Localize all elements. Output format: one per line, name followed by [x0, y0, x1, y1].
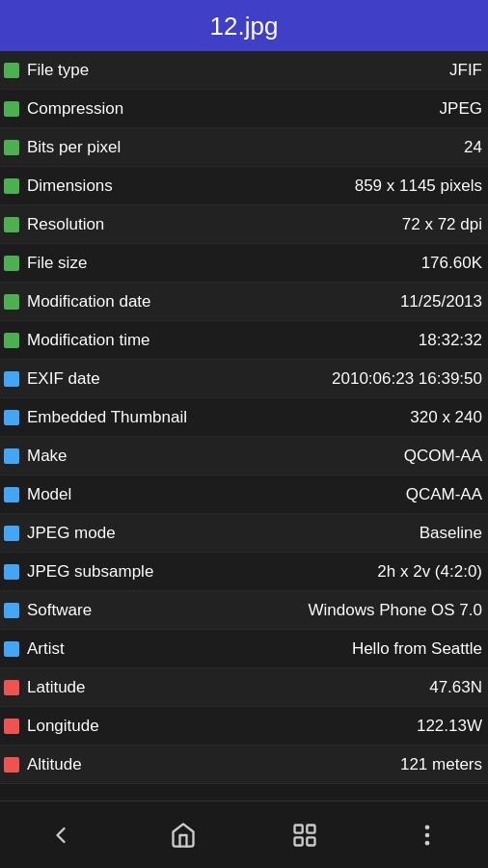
row-label: JPEG subsample	[27, 562, 373, 582]
table-row: Modification date11/25/2013	[0, 283, 488, 321]
row-value: Hello from Seattle	[352, 639, 482, 659]
row-value: 11/25/2013	[400, 292, 482, 312]
svg-rect-3	[308, 837, 315, 845]
table-row: File typeJFIF	[0, 51, 488, 90]
indicator-blue	[4, 448, 19, 464]
svg-point-6	[424, 840, 429, 845]
row-label: File type	[27, 61, 446, 80]
table-row: Latitude47.63N	[0, 668, 488, 707]
table-row: File size176.60K	[0, 244, 488, 283]
row-label: Dimensions	[27, 176, 351, 196]
table-row: Dimensions859 x 1145 pixels	[0, 167, 488, 205]
row-value: 121 meters	[400, 755, 482, 774]
data-table: File typeJFIFCompressionJPEGBits per pix…	[0, 51, 488, 800]
row-value: Baseline	[420, 524, 482, 543]
row-label: Modification time	[27, 331, 415, 350]
row-value: QCOM-AA	[404, 447, 482, 466]
table-row: ModelQCAM-AA	[0, 475, 488, 514]
back-button[interactable]	[32, 812, 90, 858]
row-label: Bits per pixel	[27, 138, 460, 157]
indicator-blue	[4, 487, 19, 502]
row-value: 859 x 1145 pixels	[355, 176, 482, 196]
table-row: JPEG modeBaseline	[0, 514, 488, 553]
row-label: Longitude	[27, 717, 413, 736]
table-row: CompressionJPEG	[0, 90, 488, 128]
row-value: 47.63N	[429, 678, 482, 697]
row-label: EXIF date	[27, 369, 328, 389]
row-value: 72 x 72 dpi	[402, 215, 482, 234]
table-row: Modification time18:32:32	[0, 321, 488, 360]
table-row: Altitude121 meters	[0, 746, 488, 784]
indicator-green	[4, 256, 19, 271]
row-label: Model	[27, 485, 402, 504]
indicator-red	[4, 757, 19, 773]
svg-point-4	[424, 825, 429, 829]
table-row: Longitude122.13W	[0, 707, 488, 746]
table-row: Bits per pixel24	[0, 128, 488, 167]
row-value: 320 x 240	[410, 408, 482, 427]
svg-point-5	[424, 832, 429, 837]
more-button[interactable]	[398, 812, 456, 858]
row-label: Altitude	[27, 755, 396, 774]
title-bar: 12.jpg	[0, 0, 488, 51]
table-row: SoftwareWindows Phone OS 7.0	[0, 591, 488, 630]
row-value: QCAM-AA	[406, 485, 482, 504]
svg-rect-2	[295, 837, 303, 845]
recents-button[interactable]	[276, 812, 334, 858]
row-value: 2h x 2v (4:2:0)	[377, 562, 482, 582]
svg-rect-1	[308, 825, 315, 832]
row-value: 24	[464, 138, 482, 157]
indicator-green	[4, 63, 19, 78]
row-label: Resolution	[27, 215, 398, 234]
row-value: 122.13W	[417, 717, 482, 736]
row-value: 18:32:32	[419, 331, 482, 350]
row-label: Artist	[27, 639, 348, 659]
indicator-blue	[4, 564, 19, 580]
table-row: Resolution72 x 72 dpi	[0, 205, 488, 244]
row-label: Make	[27, 447, 400, 466]
table-row: Embedded Thumbnail320 x 240	[0, 398, 488, 437]
row-value: Windows Phone OS 7.0	[309, 601, 482, 620]
table-row: JPEG subsample2h x 2v (4:2:0)	[0, 553, 488, 591]
row-label: JPEG mode	[27, 524, 416, 543]
indicator-blue	[4, 410, 19, 425]
nav-bar	[0, 800, 488, 868]
table-row: ArtistHello from Seattle	[0, 630, 488, 668]
row-value: JPEG	[440, 99, 482, 119]
row-value: JFIF	[449, 61, 482, 80]
row-value: 176.60K	[421, 254, 482, 273]
indicator-green	[4, 333, 19, 348]
indicator-green	[4, 217, 19, 232]
indicator-red	[4, 719, 19, 734]
indicator-green	[4, 178, 19, 194]
indicator-blue	[4, 641, 19, 657]
indicator-blue	[4, 371, 19, 387]
indicator-green	[4, 140, 19, 155]
page-title: 12.jpg	[210, 12, 279, 41]
svg-rect-0	[295, 825, 303, 832]
indicator-blue	[4, 603, 19, 618]
indicator-green	[4, 101, 19, 117]
row-label: Compression	[27, 99, 436, 119]
row-value: 2010:06:23 16:39:50	[332, 369, 482, 389]
indicator-green	[4, 294, 19, 310]
indicator-red	[4, 680, 19, 695]
row-label: Software	[27, 601, 305, 620]
row-label: Modification date	[27, 292, 396, 312]
row-label: Embedded Thumbnail	[27, 408, 406, 427]
home-button[interactable]	[154, 812, 212, 858]
table-row: MakeQCOM-AA	[0, 437, 488, 475]
row-label: File size	[27, 254, 418, 273]
row-label: Latitude	[27, 678, 425, 697]
indicator-blue	[4, 526, 19, 541]
table-row: EXIF date2010:06:23 16:39:50	[0, 360, 488, 398]
